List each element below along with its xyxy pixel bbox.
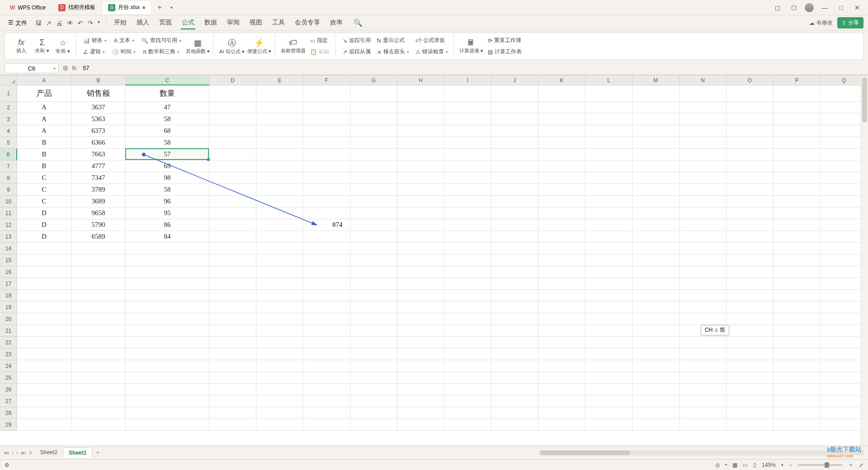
cell[interactable] [256,325,303,337]
cell[interactable] [209,219,256,231]
search-icon[interactable]: 🔍 [354,19,363,27]
cell[interactable] [774,184,821,196]
cell[interactable] [726,207,774,219]
cell[interactable] [585,196,632,207]
cell[interactable] [397,243,444,254]
cell[interactable]: 58 [126,184,209,196]
cell[interactable]: A [17,125,71,137]
cell[interactable]: B [17,137,71,149]
cell[interactable] [491,395,538,407]
cell[interactable] [726,231,774,243]
cell[interactable]: 58 [126,137,209,149]
cell[interactable] [126,313,209,325]
fn-category-时间[interactable]: 🕒时间 ▾ [110,47,137,56]
sheet-list-icon[interactable]: ≡ [29,450,32,456]
cell[interactable]: C [17,184,71,196]
cell[interactable] [491,184,538,196]
cell[interactable] [397,102,444,113]
cell[interactable] [303,113,350,125]
cell[interactable] [585,301,632,313]
cell[interactable] [350,125,397,137]
row-header-10[interactable]: 10 [0,196,17,207]
cell[interactable] [585,219,632,231]
name-box[interactable]: C6 [5,63,59,73]
cell[interactable] [585,372,632,384]
cell[interactable] [256,384,303,395]
fn-category-数学和三角[interactable]: π数学和三角 ▾ [141,47,181,56]
cell[interactable] [17,325,71,337]
cell[interactable] [491,266,538,278]
cell[interactable] [538,301,585,313]
cell[interactable] [350,407,397,419]
cell[interactable] [256,149,303,160]
cell[interactable] [444,184,491,196]
row-header-20[interactable]: 20 [0,313,17,325]
calc-options-button[interactable]: 🖩计算选项 ▾ [459,38,483,54]
cell[interactable] [726,313,774,325]
cell[interactable] [397,207,444,219]
cell[interactable] [17,395,71,407]
cell[interactable] [679,137,726,149]
cell[interactable] [303,266,350,278]
cell[interactable] [256,266,303,278]
cell[interactable] [303,85,350,102]
cell[interactable] [774,313,821,325]
cell[interactable] [256,337,303,348]
cell[interactable] [71,266,126,278]
cell[interactable] [256,313,303,325]
cell[interactable] [256,419,303,431]
cell[interactable] [209,325,256,337]
cell[interactable]: 6589 [71,231,126,243]
cell[interactable] [679,372,726,384]
cell[interactable] [350,102,397,113]
sheet-nav-prev-icon[interactable]: ‹ [12,450,14,456]
cell[interactable] [256,184,303,196]
col-header-M[interactable]: M [632,75,679,85]
cell[interactable] [71,254,126,266]
cell[interactable] [350,85,397,102]
cell[interactable] [538,254,585,266]
cell[interactable] [444,395,491,407]
error-check-button[interactable]: ⚠错误检查 ▾ [414,47,450,56]
row-header-2[interactable]: 2 [0,102,17,113]
cell[interactable] [209,160,256,172]
cell[interactable] [350,360,397,372]
formula-input[interactable]: 57 [80,65,863,71]
cell[interactable] [209,360,256,372]
horizontal-scrollbar[interactable] [539,450,864,456]
cell[interactable] [679,278,726,290]
recalc-workbook-button[interactable]: ⟳重算工作簿 [486,36,524,45]
cell[interactable] [350,337,397,348]
menu-tab-开始[interactable]: 开始 [113,17,127,29]
cell[interactable] [444,348,491,360]
cell[interactable] [491,313,538,325]
cell[interactable] [726,360,774,372]
cell[interactable] [679,160,726,172]
cell[interactable] [209,278,256,290]
cell[interactable]: 58 [126,113,209,125]
row-header-12[interactable]: 12 [0,219,17,231]
cell[interactable] [303,419,350,431]
fullscreen-icon[interactable]: ⤢ [859,462,863,468]
cell[interactable] [256,348,303,360]
cell[interactable] [397,219,444,231]
cell[interactable] [538,113,585,125]
cell[interactable] [774,419,821,431]
cell[interactable] [726,196,774,207]
cell[interactable]: 3789 [71,184,126,196]
cell[interactable] [17,384,71,395]
cell[interactable] [256,395,303,407]
insert-function-button[interactable]: fx插入 [12,38,30,54]
cell[interactable] [303,348,350,360]
cell[interactable] [774,207,821,219]
cell[interactable] [444,290,491,301]
cell[interactable] [256,207,303,219]
save-icon[interactable]: 🖫 [35,19,42,27]
cell[interactable]: 销售额 [71,85,126,102]
cell[interactable] [632,337,679,348]
cell[interactable]: 9658 [71,207,126,219]
cell[interactable] [397,231,444,243]
cell[interactable] [632,207,679,219]
cell[interactable]: D [17,207,71,219]
cells-grid[interactable]: 产品销售额数量A363747A536358A637368B636658B7663… [17,85,868,431]
